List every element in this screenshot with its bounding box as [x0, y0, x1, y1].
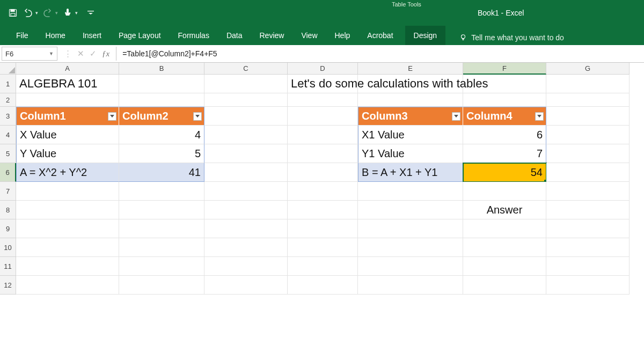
cell-E10[interactable]	[358, 238, 463, 257]
cell-C5[interactable]	[204, 144, 288, 163]
cell-D9[interactable]	[288, 219, 358, 238]
cell-D8[interactable]	[288, 201, 358, 219]
cell-E8[interactable]	[358, 201, 463, 219]
qat-customize-icon[interactable]	[85, 8, 96, 18]
row-header-1[interactable]: 1	[0, 75, 16, 93]
col-header-C[interactable]: C	[204, 63, 288, 75]
cell-B1[interactable]	[119, 75, 204, 93]
redo-dropdown-icon[interactable]: ▾	[55, 10, 58, 16]
cell-B5[interactable]: 5	[119, 144, 204, 163]
cell-A5[interactable]: Y Value	[16, 144, 119, 163]
col-header-G[interactable]: G	[546, 63, 630, 75]
tab-insert[interactable]: Insert	[74, 26, 110, 45]
cell-G11[interactable]	[546, 257, 630, 276]
undo-icon[interactable]	[23, 8, 33, 18]
cell-C9[interactable]	[204, 219, 288, 238]
filter-icon[interactable]	[108, 112, 116, 121]
cell-F2[interactable]	[463, 93, 546, 107]
spreadsheet-grid[interactable]: A B C D E F G 1 ALGEBRA 101 Let's do som…	[0, 63, 644, 295]
tab-formulas[interactable]: Formulas	[170, 26, 218, 45]
cell-E3[interactable]: Column3	[358, 107, 463, 126]
col-header-D[interactable]: D	[288, 63, 358, 75]
tell-me-search[interactable]: Tell me what you want to do	[445, 26, 573, 45]
tab-design[interactable]: Design	[405, 26, 446, 45]
cell-B8[interactable]	[119, 201, 204, 219]
cell-E2[interactable]	[358, 93, 463, 107]
tab-view[interactable]: View	[292, 26, 326, 45]
touch-mode-icon[interactable]	[62, 8, 73, 18]
row-header-2[interactable]: 2	[0, 93, 16, 107]
cell-D12[interactable]	[288, 276, 358, 295]
cell-C12[interactable]	[204, 276, 288, 295]
cell-C10[interactable]	[204, 238, 288, 257]
redo-icon[interactable]	[42, 8, 53, 18]
cancel-icon[interactable]: ✕	[77, 49, 84, 58]
cell-G5[interactable]	[546, 144, 630, 163]
cell-E5[interactable]: Y1 Value	[358, 144, 463, 163]
tab-review[interactable]: Review	[251, 26, 293, 45]
cell-F5[interactable]: 7	[463, 144, 546, 163]
cell-E6[interactable]: B = A + X1 + Y1	[358, 163, 463, 182]
cell-A10[interactable]	[16, 238, 119, 257]
cell-B4[interactable]: 4	[119, 126, 204, 144]
cell-D11[interactable]	[288, 257, 358, 276]
select-all-triangle[interactable]	[0, 63, 16, 75]
cell-B7[interactable]	[119, 182, 204, 201]
fx-icon[interactable]: ƒx	[102, 49, 109, 58]
cell-A2[interactable]	[16, 93, 119, 107]
cell-A12[interactable]	[16, 276, 119, 295]
touch-dropdown-icon[interactable]: ▾	[75, 10, 78, 16]
tab-acrobat[interactable]: Acrobat	[358, 26, 401, 45]
row-header-3[interactable]: 3	[0, 107, 16, 126]
cell-B10[interactable]	[119, 238, 204, 257]
cell-F9[interactable]	[463, 219, 546, 238]
cell-D10[interactable]	[288, 238, 358, 257]
tab-home[interactable]: Home	[37, 26, 74, 45]
cell-G7[interactable]	[546, 182, 630, 201]
filter-icon[interactable]	[193, 112, 202, 121]
filter-icon[interactable]	[452, 112, 460, 121]
cell-G12[interactable]	[546, 276, 630, 295]
col-header-E[interactable]: E	[358, 63, 463, 75]
cell-B9[interactable]	[119, 219, 204, 238]
cell-G2[interactable]	[546, 93, 630, 107]
cell-A8[interactable]	[16, 201, 119, 219]
row-header-10[interactable]: 10	[0, 238, 16, 257]
cell-G10[interactable]	[546, 238, 630, 257]
cell-A3[interactable]: Column1	[16, 107, 119, 126]
formula-split-icon[interactable]: ⋮	[64, 49, 72, 58]
cell-D3[interactable]	[288, 107, 358, 126]
cell-E11[interactable]	[358, 257, 463, 276]
enter-icon[interactable]: ✓	[90, 49, 97, 58]
cell-E9[interactable]	[358, 219, 463, 238]
cell-D5[interactable]	[288, 144, 358, 163]
cell-F4[interactable]: 6	[463, 126, 546, 144]
cell-G3[interactable]	[546, 107, 630, 126]
tab-help[interactable]: Help	[326, 26, 359, 45]
cell-B12[interactable]	[119, 276, 204, 295]
cell-F3[interactable]: Column4	[463, 107, 546, 126]
tab-data[interactable]: Data	[218, 26, 251, 45]
formula-input[interactable]: =Table1[@Column2]+F4+F5	[116, 47, 642, 61]
cell-A11[interactable]	[16, 257, 119, 276]
row-header-6[interactable]: 6	[0, 163, 16, 182]
col-header-B[interactable]: B	[119, 63, 204, 75]
cell-C1[interactable]	[204, 75, 288, 93]
cell-G1[interactable]	[546, 75, 630, 93]
cell-C4[interactable]	[204, 126, 288, 144]
cell-D7[interactable]	[288, 182, 358, 201]
cell-D6[interactable]	[288, 163, 358, 182]
cell-B6[interactable]: 41	[119, 163, 204, 182]
cell-B11[interactable]	[119, 257, 204, 276]
row-header-4[interactable]: 4	[0, 126, 16, 144]
row-header-11[interactable]: 11	[0, 257, 16, 276]
col-header-A[interactable]: A	[16, 63, 119, 75]
cell-A4[interactable]: X Value	[16, 126, 119, 144]
cell-D4[interactable]	[288, 126, 358, 144]
filter-icon[interactable]	[535, 112, 544, 121]
undo-dropdown-icon[interactable]: ▾	[35, 10, 38, 16]
chevron-down-icon[interactable]: ▼	[49, 51, 54, 56]
cell-G6[interactable]	[546, 163, 630, 182]
cell-G8[interactable]	[546, 201, 630, 219]
cell-A6[interactable]: A = X^2 + Y^2	[16, 163, 119, 182]
